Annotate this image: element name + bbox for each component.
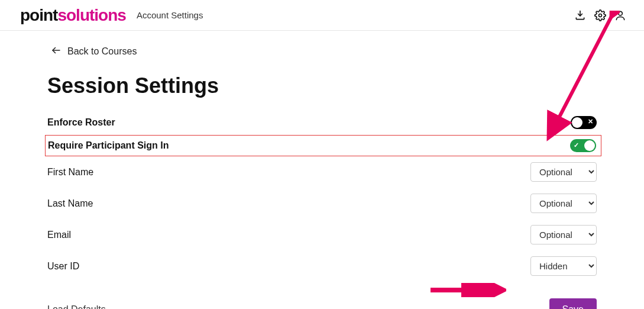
last-name-select[interactable]: Optional: [530, 194, 597, 213]
page-title: Session Settings: [47, 73, 597, 98]
svg-point-0: [599, 14, 602, 17]
back-link-label: Back to Courses: [67, 46, 137, 57]
app-logo: pointsolutions: [20, 7, 126, 24]
first-name-label: First Name: [47, 167, 93, 178]
row-user-id: User ID Hidden: [47, 250, 597, 282]
app-header: pointsolutions Account Settings: [0, 0, 644, 31]
user-id-select[interactable]: Hidden: [530, 256, 597, 276]
save-button[interactable]: Save: [549, 298, 597, 309]
require-signin-toggle[interactable]: ✓: [570, 139, 596, 152]
email-select[interactable]: Optional: [530, 225, 597, 244]
back-to-courses-link[interactable]: Back to Courses: [51, 45, 137, 58]
first-name-select[interactable]: Optional: [530, 162, 597, 182]
email-label: Email: [47, 230, 71, 240]
download-icon[interactable]: [574, 9, 586, 21]
gear-icon[interactable]: [594, 9, 606, 21]
main-content: Back to Courses Session Settings Enforce…: [0, 31, 644, 309]
require-signin-label: Require Participant Sign In: [48, 140, 169, 151]
row-last-name: Last Name Optional: [47, 188, 597, 219]
logo-text-accent: solutions: [57, 7, 125, 24]
user-id-label: User ID: [47, 261, 79, 272]
row-require-signin: Require Participant Sign In ✓: [45, 135, 601, 156]
enforce-roster-label: Enforce Roster: [47, 117, 115, 128]
svg-point-1: [619, 11, 623, 15]
row-enforce-roster: Enforce Roster ✕: [47, 110, 597, 135]
user-icon[interactable]: [614, 9, 626, 21]
load-defaults-link[interactable]: Load Defaults: [47, 304, 106, 309]
logo-text-bold: point: [20, 7, 57, 24]
arrow-left-icon: [51, 45, 62, 58]
row-first-name: First Name Optional: [47, 156, 597, 188]
breadcrumb: Account Settings: [137, 10, 203, 20]
header-icon-group: [574, 9, 626, 21]
enforce-roster-toggle[interactable]: ✕: [571, 116, 597, 129]
row-email: Email Optional: [47, 219, 597, 250]
last-name-label: Last Name: [47, 198, 93, 209]
footer-row: Load Defaults Save: [47, 298, 597, 309]
